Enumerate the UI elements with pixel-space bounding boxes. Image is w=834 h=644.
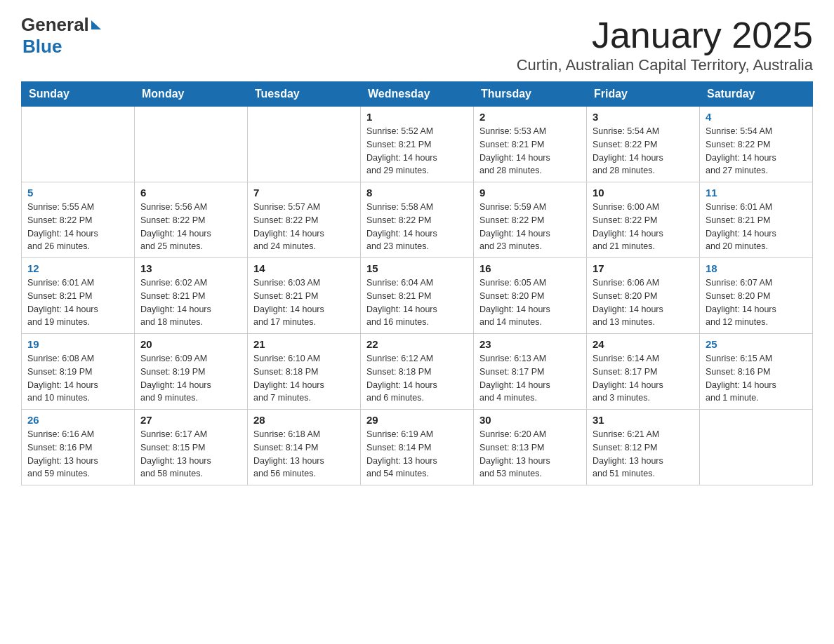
calendar-day-cell: 11Sunrise: 6:01 AM Sunset: 8:21 PM Dayli… bbox=[700, 182, 813, 258]
calendar-day-cell: 26Sunrise: 6:16 AM Sunset: 8:16 PM Dayli… bbox=[22, 410, 135, 485]
calendar-header-row: SundayMondayTuesdayWednesdayThursdayFrid… bbox=[22, 82, 813, 107]
day-info: Sunrise: 6:15 AM Sunset: 8:16 PM Dayligh… bbox=[706, 352, 807, 405]
calendar-day-cell: 4Sunrise: 5:54 AM Sunset: 8:22 PM Daylig… bbox=[700, 107, 813, 182]
day-info: Sunrise: 6:21 AM Sunset: 8:12 PM Dayligh… bbox=[593, 428, 694, 481]
calendar-day-cell: 24Sunrise: 6:14 AM Sunset: 8:17 PM Dayli… bbox=[587, 334, 700, 410]
day-number: 23 bbox=[479, 338, 581, 350]
logo-blue-text: Blue bbox=[22, 36, 62, 58]
calendar-day-cell bbox=[135, 107, 248, 182]
day-number: 2 bbox=[479, 111, 581, 123]
day-info: Sunrise: 6:17 AM Sunset: 8:15 PM Dayligh… bbox=[140, 428, 241, 481]
day-number: 12 bbox=[27, 262, 128, 274]
day-number: 29 bbox=[366, 414, 468, 426]
day-number: 14 bbox=[253, 262, 355, 274]
calendar-day-cell: 2Sunrise: 5:53 AM Sunset: 8:21 PM Daylig… bbox=[474, 107, 587, 182]
header-friday: Friday bbox=[587, 82, 700, 107]
day-number: 30 bbox=[479, 414, 581, 426]
day-info: Sunrise: 6:03 AM Sunset: 8:21 PM Dayligh… bbox=[253, 276, 355, 329]
day-number: 21 bbox=[253, 338, 355, 350]
day-number: 7 bbox=[253, 187, 355, 199]
calendar-day-cell: 6Sunrise: 5:56 AM Sunset: 8:22 PM Daylig… bbox=[135, 182, 248, 258]
calendar-subtitle: Curtin, Australian Capital Territory, Au… bbox=[517, 56, 813, 74]
day-info: Sunrise: 5:54 AM Sunset: 8:22 PM Dayligh… bbox=[706, 125, 807, 177]
day-info: Sunrise: 5:53 AM Sunset: 8:21 PM Dayligh… bbox=[479, 125, 581, 177]
day-info: Sunrise: 6:12 AM Sunset: 8:18 PM Dayligh… bbox=[366, 352, 468, 405]
calendar-day-cell: 17Sunrise: 6:06 AM Sunset: 8:20 PM Dayli… bbox=[587, 258, 700, 334]
day-info: Sunrise: 5:57 AM Sunset: 8:22 PM Dayligh… bbox=[253, 201, 355, 253]
day-number: 18 bbox=[706, 262, 807, 274]
day-number: 8 bbox=[366, 187, 468, 199]
calendar-day-cell bbox=[22, 107, 135, 182]
calendar-day-cell: 22Sunrise: 6:12 AM Sunset: 8:18 PM Dayli… bbox=[361, 334, 474, 410]
calendar-day-cell: 7Sunrise: 5:57 AM Sunset: 8:22 PM Daylig… bbox=[248, 182, 361, 258]
header-tuesday: Tuesday bbox=[248, 82, 361, 107]
day-number: 13 bbox=[140, 262, 241, 274]
week-row-2: 5Sunrise: 5:55 AM Sunset: 8:22 PM Daylig… bbox=[22, 182, 813, 258]
calendar-day-cell: 10Sunrise: 6:00 AM Sunset: 8:22 PM Dayli… bbox=[587, 182, 700, 258]
day-number: 25 bbox=[706, 338, 807, 350]
day-info: Sunrise: 6:18 AM Sunset: 8:14 PM Dayligh… bbox=[253, 428, 355, 481]
day-number: 4 bbox=[706, 111, 807, 123]
week-row-4: 19Sunrise: 6:08 AM Sunset: 8:19 PM Dayli… bbox=[22, 334, 813, 410]
day-info: Sunrise: 6:10 AM Sunset: 8:18 PM Dayligh… bbox=[253, 352, 355, 405]
day-number: 6 bbox=[140, 187, 241, 199]
calendar-day-cell: 13Sunrise: 6:02 AM Sunset: 8:21 PM Dayli… bbox=[135, 258, 248, 334]
day-number: 1 bbox=[366, 111, 468, 123]
header-monday: Monday bbox=[135, 82, 248, 107]
logo-triangle-icon bbox=[91, 20, 101, 29]
day-info: Sunrise: 6:14 AM Sunset: 8:17 PM Dayligh… bbox=[593, 352, 694, 405]
day-number: 10 bbox=[593, 187, 694, 199]
calendar-day-cell: 8Sunrise: 5:58 AM Sunset: 8:22 PM Daylig… bbox=[361, 182, 474, 258]
day-info: Sunrise: 6:19 AM Sunset: 8:14 PM Dayligh… bbox=[366, 428, 468, 481]
day-info: Sunrise: 6:09 AM Sunset: 8:19 PM Dayligh… bbox=[140, 352, 241, 405]
day-info: Sunrise: 6:01 AM Sunset: 8:21 PM Dayligh… bbox=[706, 201, 807, 253]
day-number: 15 bbox=[366, 262, 468, 274]
week-row-1: 1Sunrise: 5:52 AM Sunset: 8:21 PM Daylig… bbox=[22, 107, 813, 182]
calendar-day-cell: 29Sunrise: 6:19 AM Sunset: 8:14 PM Dayli… bbox=[361, 410, 474, 485]
calendar-day-cell: 19Sunrise: 6:08 AM Sunset: 8:19 PM Dayli… bbox=[22, 334, 135, 410]
day-info: Sunrise: 5:58 AM Sunset: 8:22 PM Dayligh… bbox=[366, 201, 468, 253]
day-info: Sunrise: 5:54 AM Sunset: 8:22 PM Dayligh… bbox=[593, 125, 694, 177]
week-row-5: 26Sunrise: 6:16 AM Sunset: 8:16 PM Dayli… bbox=[22, 410, 813, 485]
calendar-day-cell: 27Sunrise: 6:17 AM Sunset: 8:15 PM Dayli… bbox=[135, 410, 248, 485]
calendar-day-cell: 3Sunrise: 5:54 AM Sunset: 8:22 PM Daylig… bbox=[587, 107, 700, 182]
week-row-3: 12Sunrise: 6:01 AM Sunset: 8:21 PM Dayli… bbox=[22, 258, 813, 334]
day-info: Sunrise: 6:13 AM Sunset: 8:17 PM Dayligh… bbox=[479, 352, 581, 405]
day-info: Sunrise: 6:00 AM Sunset: 8:22 PM Dayligh… bbox=[593, 201, 694, 253]
page-header: General Blue January 2025 Curtin, Austra… bbox=[21, 14, 813, 74]
logo-general-text: General bbox=[21, 14, 89, 36]
header-saturday: Saturday bbox=[700, 82, 813, 107]
calendar-day-cell: 5Sunrise: 5:55 AM Sunset: 8:22 PM Daylig… bbox=[22, 182, 135, 258]
calendar-day-cell: 1Sunrise: 5:52 AM Sunset: 8:21 PM Daylig… bbox=[361, 107, 474, 182]
day-number: 26 bbox=[27, 414, 128, 426]
day-number: 20 bbox=[140, 338, 241, 350]
calendar-day-cell bbox=[248, 107, 361, 182]
day-number: 27 bbox=[140, 414, 241, 426]
day-number: 17 bbox=[593, 262, 694, 274]
day-number: 19 bbox=[27, 338, 128, 350]
day-info: Sunrise: 5:52 AM Sunset: 8:21 PM Dayligh… bbox=[366, 125, 468, 177]
header-thursday: Thursday bbox=[474, 82, 587, 107]
day-info: Sunrise: 5:59 AM Sunset: 8:22 PM Dayligh… bbox=[479, 201, 581, 253]
day-info: Sunrise: 6:05 AM Sunset: 8:20 PM Dayligh… bbox=[479, 276, 581, 329]
day-info: Sunrise: 5:55 AM Sunset: 8:22 PM Dayligh… bbox=[27, 201, 128, 253]
calendar-day-cell: 15Sunrise: 6:04 AM Sunset: 8:21 PM Dayli… bbox=[361, 258, 474, 334]
calendar-day-cell: 14Sunrise: 6:03 AM Sunset: 8:21 PM Dayli… bbox=[248, 258, 361, 334]
calendar-day-cell: 30Sunrise: 6:20 AM Sunset: 8:13 PM Dayli… bbox=[474, 410, 587, 485]
calendar-day-cell: 21Sunrise: 6:10 AM Sunset: 8:18 PM Dayli… bbox=[248, 334, 361, 410]
day-number: 9 bbox=[479, 187, 581, 199]
header-wednesday: Wednesday bbox=[361, 82, 474, 107]
day-number: 28 bbox=[253, 414, 355, 426]
day-info: Sunrise: 6:07 AM Sunset: 8:20 PM Dayligh… bbox=[706, 276, 807, 329]
day-number: 22 bbox=[366, 338, 468, 350]
title-area: January 2025 Curtin, Australian Capital … bbox=[517, 14, 813, 74]
day-info: Sunrise: 6:16 AM Sunset: 8:16 PM Dayligh… bbox=[27, 428, 128, 481]
day-number: 24 bbox=[593, 338, 694, 350]
day-number: 11 bbox=[706, 187, 807, 199]
calendar-day-cell: 25Sunrise: 6:15 AM Sunset: 8:16 PM Dayli… bbox=[700, 334, 813, 410]
day-info: Sunrise: 6:08 AM Sunset: 8:19 PM Dayligh… bbox=[27, 352, 128, 405]
calendar-day-cell: 9Sunrise: 5:59 AM Sunset: 8:22 PM Daylig… bbox=[474, 182, 587, 258]
day-number: 5 bbox=[27, 187, 128, 199]
calendar-table: SundayMondayTuesdayWednesdayThursdayFrid… bbox=[21, 81, 813, 485]
calendar-day-cell: 31Sunrise: 6:21 AM Sunset: 8:12 PM Dayli… bbox=[587, 410, 700, 485]
